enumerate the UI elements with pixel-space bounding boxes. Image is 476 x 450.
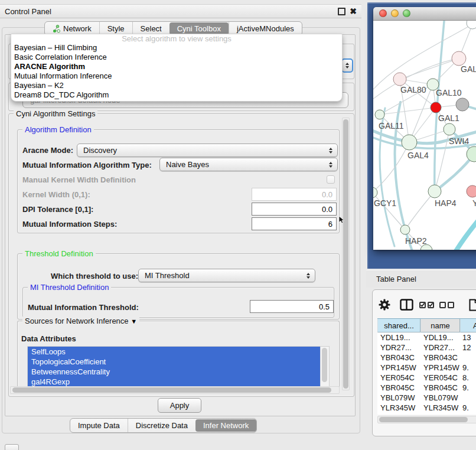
mi-steps-input[interactable]: 6 [252,217,337,230]
network-graph [373,21,476,250]
node-label-gal11: GAL11 [379,121,404,131]
control-panel-titlebar: Control Panel ✖ [0,4,361,18]
sources-title[interactable]: Sources for Network Inference ▼ [22,317,139,326]
network-node[interactable] [467,146,476,162]
manual-kernel-checkbox[interactable] [327,175,335,184]
popup-item-dream8[interactable]: Dream8 DC_TDC Algorithm [11,90,342,100]
tab-impute-data[interactable]: Impute Data [70,419,128,432]
settings-vertical-scrollbar[interactable] [342,118,350,390]
columns-icon[interactable] [396,299,416,311]
algorithm-definition-box: Algorithm Definition Aracne Mode: Discov… [17,129,340,233]
network-window-titlebar[interactable] [373,7,476,21]
network-node[interactable] [444,123,455,135]
apply-button[interactable]: Apply [158,398,201,413]
node-label-gal1: GAL1 [438,113,459,123]
close-icon[interactable]: ✖ [350,7,357,15]
algorithm-dropdown-popup: Select algorithm to view settings Bayesi… [11,34,343,102]
sources-box: Sources for Network Inference ▼ Data Att… [17,321,340,387]
kernel-width-input[interactable]: 0.0 [252,188,337,201]
network-view-window: GAL80 GAL10 GAL1 GAL11 SWI4 GAL4 GCY1 HA… [373,7,476,250]
table-horizontal-scrollbar[interactable] [377,416,476,423]
data-attributes-label: Data Attributes [21,334,76,343]
control-panel-title: Control Panel [5,7,51,16]
table-row[interactable]: YDL19... YDL19... 13 [377,332,476,343]
node-label-gal80: GAL80 [400,85,426,94]
table-row[interactable]: YBL079W YBL079W [377,393,476,403]
combo-arrows-icon [324,148,332,154]
popup-item-bayesian-hill-climbing[interactable]: Bayesian – Hill Climbing [11,43,342,53]
table-row[interactable]: YLR345W YLR345W 9. [377,403,476,413]
node-label-hap4: HAP4 [435,198,457,208]
tab-discretize-data[interactable]: Discretize Data [128,419,195,432]
dpi-tolerance-label: DPI Tolerance [0,1]: [22,205,93,214]
popup-item-bayesian-k2[interactable]: Bayesian – K2 [11,81,342,90]
float-window-icon[interactable] [338,8,345,15]
mi-threshold-box-title: MI Threshold Definition [28,283,111,292]
node-label-gcy1: GCY1 [374,198,396,208]
aracne-mode-combo[interactable]: Discovery [77,144,338,157]
mi-threshold-label: Mutual Information Threshold: [28,303,139,312]
list-item-topologicalcoefficient[interactable]: TopologicalCoefficient [28,357,321,367]
network-node[interactable] [456,98,469,111]
column-header-third[interactable]: A [460,319,476,332]
table-row[interactable]: YIL052C YIL052C 9 [377,413,476,415]
table-row[interactable]: YBR045C YBR045C 9. [377,383,476,393]
attributes-scrollbar[interactable] [320,347,329,387]
table-toolbar [373,297,476,312]
mi-steps-label: Mutual Information Steps: [22,220,117,229]
deselect-all-checks-icon[interactable] [436,302,457,308]
settings-horizontal-scrollbar[interactable] [10,386,340,394]
popup-item-mutual-information[interactable]: Mutual Information Inference [11,71,342,81]
dpi-tolerance-input[interactable]: 0.0 [252,203,337,216]
cyni-algorithm-settings-box: Cyni Algorithm Settings Algorithm Defini… [8,113,354,397]
kernel-width-label: Kernel Width (0,1): [22,190,90,199]
cyni-settings-title: Cyni Algorithm Settings [14,109,97,118]
network-node[interactable] [467,21,476,29]
table-row[interactable]: YDR27... YDR27... 12 [377,343,476,353]
network-node[interactable] [400,225,410,234]
screen: Control Panel ✖ Network Style Select Cyn… [0,0,476,450]
network-node[interactable] [452,51,466,66]
select-all-checks-icon[interactable] [416,302,436,308]
algorithm-combo-arrow-button[interactable] [341,58,353,73]
popup-item-aracne[interactable]: ARACNE Algorithm [11,62,342,71]
network-node[interactable] [402,135,417,150]
tab-cyni-toolbox[interactable]: Cyni Toolbox [169,22,229,35]
network-node[interactable] [467,185,476,197]
zoom-traffic-light[interactable] [403,9,410,17]
table-panel-body: shared... name A YDL19... YDL19... 13 YD… [372,289,476,436]
threshold-definition-title: Threshold Definition [22,249,96,258]
close-traffic-light[interactable] [379,9,387,17]
table-row[interactable]: YER054C YER054C 8. [377,373,476,383]
mouse-cursor [339,216,345,224]
node-label-gal10: GAL10 [436,88,462,97]
network-graph-view[interactable]: GAL80 GAL10 GAL1 GAL11 SWI4 GAL4 GCY1 HA… [373,21,476,250]
minimize-traffic-light[interactable] [391,9,399,17]
list-item-selfloops[interactable]: SelfLoops [28,347,321,357]
algorithm-popup-placeholder: Select algorithm to view settings [11,34,342,43]
which-threshold-combo[interactable]: MI Threshold [138,269,315,282]
network-node[interactable] [375,110,384,119]
threshold-definition-box: Threshold Definition Which threshold to … [17,253,340,319]
new-table-file-icon[interactable] [465,299,476,311]
mi-threshold-input[interactable]: 0.5 [250,300,334,313]
network-node[interactable] [428,185,441,198]
column-header-name[interactable]: name [420,319,460,332]
list-item-gal4rgexp[interactable]: gal4RGexp [28,377,321,387]
network-node[interactable] [393,73,406,86]
column-header-shared-name[interactable]: shared... [377,319,420,332]
network-node-selected[interactable] [431,102,441,113]
tab-infer-network[interactable]: Infer Network [195,419,256,432]
table-row[interactable]: YPR145W YPR145W 9. [377,363,476,373]
node-label-swi4: SWI4 [449,136,469,146]
mi-type-label: Mutual Information Algorithm Type: [22,161,152,169]
list-item-betweennesscentrality[interactable]: BetweennessCentrality [28,367,321,377]
table-row[interactable]: YBR043C YBR043C [377,353,476,363]
popup-item-basic-correlation[interactable]: Basic Correlation Inference [11,53,342,62]
panel-corner-button[interactable] [5,444,19,450]
gear-icon[interactable] [373,299,396,311]
manual-kernel-label: Manual Kernel Width Definition [22,175,136,184]
combo-arrows-icon [324,162,332,168]
node-table: shared... name A YDL19... YDL19... 13 YD… [377,318,476,415]
mi-type-combo[interactable]: Naive Bayes [159,158,338,171]
